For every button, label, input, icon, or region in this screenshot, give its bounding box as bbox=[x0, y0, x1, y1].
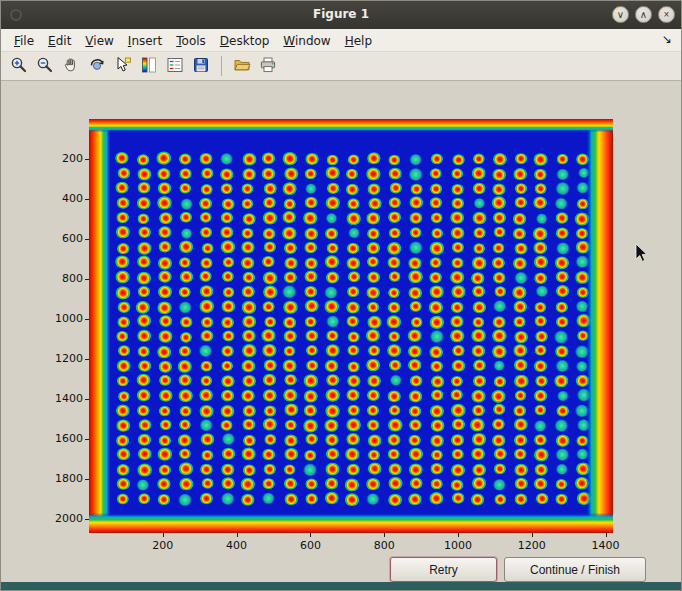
y-tick-label: 600 bbox=[43, 232, 83, 245]
y-tick-label: 800 bbox=[43, 272, 83, 285]
close-button[interactable]: × bbox=[658, 6, 675, 23]
x-tick-mark bbox=[384, 533, 385, 537]
y-tick-label: 2000 bbox=[43, 512, 83, 525]
y-tick-mark bbox=[85, 519, 89, 520]
y-tick-label: 1400 bbox=[43, 392, 83, 405]
save-icon bbox=[192, 56, 210, 77]
y-tick-label: 1600 bbox=[43, 432, 83, 445]
y-tick-label: 1200 bbox=[43, 352, 83, 365]
zoom-in-icon bbox=[10, 56, 28, 77]
open-folder-button[interactable] bbox=[230, 54, 254, 78]
menu-item-help[interactable]: Help bbox=[338, 32, 379, 50]
y-tick-label: 1000 bbox=[43, 312, 83, 325]
y-tick-mark bbox=[85, 359, 89, 360]
y-tick-label: 400 bbox=[43, 192, 83, 205]
y-tick-mark bbox=[85, 159, 89, 160]
x-tick-mark bbox=[532, 533, 533, 537]
rotate-3d-icon bbox=[88, 56, 106, 77]
mouse-cursor bbox=[635, 243, 649, 264]
legend-icon bbox=[166, 56, 184, 77]
colorbar-icon bbox=[140, 56, 158, 77]
print-button[interactable] bbox=[256, 54, 280, 78]
title-bar[interactable]: Figure 1 ∨∧× bbox=[1, 1, 681, 29]
rotate-3d-button[interactable] bbox=[85, 54, 109, 78]
x-tick-mark bbox=[458, 533, 459, 537]
zoom-out-icon bbox=[36, 56, 54, 77]
pan-hand-button[interactable] bbox=[59, 54, 83, 78]
x-tick-label: 1400 bbox=[586, 539, 626, 552]
heatmap-image[interactable] bbox=[89, 119, 613, 533]
continue-finish-button[interactable]: Continue / Finish bbox=[504, 557, 646, 582]
x-tick-label: 800 bbox=[364, 539, 404, 552]
print-icon bbox=[259, 56, 277, 77]
y-tick-label: 200 bbox=[43, 152, 83, 165]
toolbar bbox=[1, 52, 681, 81]
x-tick-mark bbox=[310, 533, 311, 537]
y-tick-mark bbox=[85, 319, 89, 320]
x-tick-label: 200 bbox=[143, 539, 183, 552]
zoom-out-button[interactable] bbox=[33, 54, 57, 78]
menu-item-edit[interactable]: Edit bbox=[41, 32, 78, 50]
maximize-button[interactable]: ∧ bbox=[635, 6, 652, 23]
menu-item-file[interactable]: File bbox=[7, 32, 41, 50]
retry-button[interactable]: Retry bbox=[390, 557, 497, 582]
y-tick-mark bbox=[85, 279, 89, 280]
colorbar-button[interactable] bbox=[137, 54, 161, 78]
zoom-in-button[interactable] bbox=[7, 54, 31, 78]
y-tick-label: 1800 bbox=[43, 472, 83, 485]
data-cursor-icon bbox=[114, 56, 132, 77]
shade-button[interactable]: ∨ bbox=[612, 6, 629, 23]
menu-item-desktop[interactable]: Desktop bbox=[213, 32, 277, 50]
y-tick-mark bbox=[85, 239, 89, 240]
data-cursor-button[interactable] bbox=[111, 54, 135, 78]
save-button[interactable] bbox=[189, 54, 213, 78]
desktop-strip bbox=[1, 582, 681, 590]
menu-item-insert[interactable]: Insert bbox=[121, 32, 169, 50]
menu-item-window[interactable]: Window bbox=[276, 32, 337, 50]
pan-hand-icon bbox=[62, 56, 80, 77]
y-tick-mark bbox=[85, 479, 89, 480]
y-tick-mark bbox=[85, 199, 89, 200]
x-tick-mark bbox=[237, 533, 238, 537]
window-title: Figure 1 bbox=[1, 7, 681, 21]
x-tick-label: 1000 bbox=[438, 539, 478, 552]
menu-item-tools[interactable]: Tools bbox=[169, 32, 213, 50]
x-tick-mark bbox=[606, 533, 607, 537]
legend-button[interactable] bbox=[163, 54, 187, 78]
menu-bar: FileEditViewInsertToolsDesktopWindowHelp… bbox=[1, 29, 681, 52]
figure-window: Figure 1 ∨∧× FileEditViewInsertToolsDesk… bbox=[0, 0, 682, 591]
x-tick-label: 600 bbox=[290, 539, 330, 552]
y-tick-mark bbox=[85, 439, 89, 440]
menu-items: FileEditViewInsertToolsDesktopWindowHelp bbox=[7, 30, 379, 50]
toolbar-separator bbox=[221, 56, 222, 76]
x-tick-label: 400 bbox=[217, 539, 257, 552]
x-tick-mark bbox=[163, 533, 164, 537]
open-folder-icon bbox=[233, 56, 251, 77]
menu-item-view[interactable]: View bbox=[78, 32, 120, 50]
x-tick-label: 1200 bbox=[512, 539, 552, 552]
window-controls: ∨∧× bbox=[612, 6, 675, 23]
y-tick-mark bbox=[85, 399, 89, 400]
dock-figure-icon[interactable]: ↘ bbox=[662, 32, 672, 46]
